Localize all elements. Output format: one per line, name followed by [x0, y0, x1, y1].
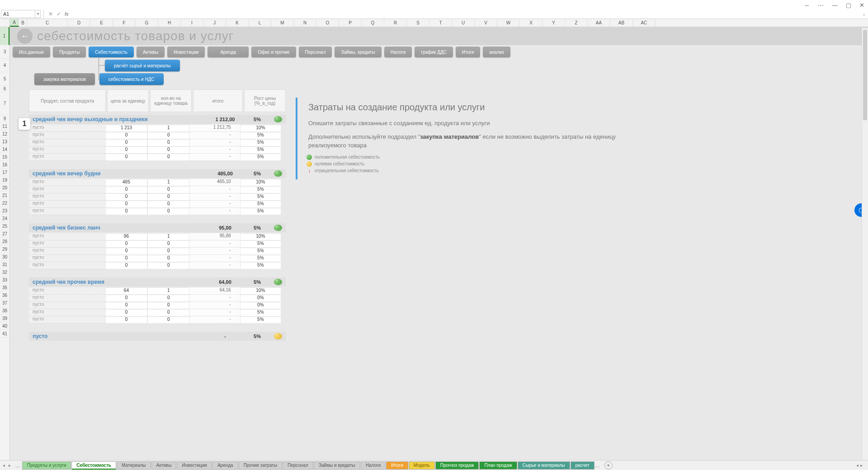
price-cell[interactable]: 0 — [105, 240, 147, 248]
row-header[interactable]: 17 — [0, 169, 9, 176]
column-header[interactable]: H — [158, 19, 181, 27]
row-label[interactable]: пусто — [29, 262, 105, 269]
row-header[interactable]: 39 — [0, 315, 9, 322]
qty-cell[interactable]: 1 — [147, 125, 189, 132]
row-header[interactable]: 3 — [0, 45, 9, 59]
growth-cell[interactable]: 5% — [240, 132, 281, 139]
name-box[interactable]: A1 — [1, 10, 35, 18]
row-label[interactable]: пусто — [29, 154, 105, 161]
more-icon[interactable]: ⋯ — [816, 1, 826, 9]
row-label[interactable]: пусто — [29, 186, 105, 193]
row-label[interactable]: пусто — [29, 139, 105, 146]
row-header[interactable]: 19 — [0, 176, 9, 184]
row-label[interactable]: пусто — [29, 193, 105, 201]
column-header[interactable]: T — [429, 19, 452, 27]
price-cell[interactable]: 0 — [105, 262, 147, 269]
column-header[interactable]: Y — [542, 19, 565, 27]
qty-cell[interactable]: 0 — [147, 262, 189, 269]
price-cell[interactable]: 0 — [105, 295, 147, 302]
row-header[interactable]: 24 — [0, 215, 9, 222]
row-label[interactable]: пусто — [29, 248, 105, 255]
row-header[interactable]: 15 — [0, 153, 9, 161]
price-cell[interactable]: 0 — [105, 201, 147, 208]
row-header[interactable]: 29 — [0, 245, 9, 253]
price-cell[interactable]: 0 — [105, 208, 147, 215]
price-cell[interactable]: 0 — [105, 139, 147, 146]
nav-tab[interactable]: Офис и прочие — [251, 47, 296, 57]
column-header[interactable]: O — [316, 19, 339, 27]
row-label[interactable]: пусто — [29, 316, 105, 324]
qty-cell[interactable]: 1 — [147, 233, 189, 240]
row-header[interactable]: 23 — [0, 207, 9, 215]
vertical-scrollbar[interactable] — [862, 28, 868, 460]
qty-cell[interactable]: 0 — [147, 146, 189, 154]
row-header[interactable]: 36 — [0, 291, 9, 299]
row-header[interactable]: 30 — [0, 253, 9, 261]
price-cell[interactable]: 0 — [105, 255, 147, 262]
growth-cell[interactable]: 10% — [240, 125, 281, 132]
growth-cell[interactable]: 5% — [240, 193, 281, 201]
row-label[interactable]: пусто — [29, 146, 105, 154]
maximize-icon[interactable]: ▢ — [844, 1, 853, 9]
growth-cell[interactable]: 5% — [240, 201, 281, 208]
row-header[interactable]: 11 — [0, 122, 9, 130]
nav-tab[interactable]: Персонал — [299, 47, 332, 57]
column-header[interactable]: S — [407, 19, 429, 27]
qty-cell[interactable]: 0 — [147, 201, 189, 208]
row-header[interactable]: 1 — [0, 27, 9, 45]
name-box-dropdown-icon[interactable]: ▾ — [35, 10, 41, 18]
sub-btn-purchase-materials[interactable]: закупка материалов — [34, 73, 95, 85]
formula-input[interactable] — [71, 10, 861, 18]
row-label[interactable]: пусто — [29, 255, 105, 262]
row-header[interactable]: 7 — [0, 92, 9, 115]
column-header[interactable]: Z — [565, 19, 588, 27]
qty-cell[interactable]: 1 — [147, 179, 189, 186]
growth-cell[interactable]: 10% — [240, 233, 281, 240]
growth-cell[interactable]: 0% — [240, 295, 281, 302]
qty-cell[interactable]: 0 — [147, 240, 189, 248]
nav-tab[interactable]: Активы — [137, 47, 165, 57]
growth-cell[interactable]: 5% — [240, 139, 281, 146]
row-header[interactable]: 32 — [0, 268, 9, 276]
column-header[interactable]: AA — [588, 19, 610, 27]
nav-tab[interactable]: график ДДС — [415, 47, 453, 57]
column-header[interactable]: L — [249, 19, 271, 27]
row-header[interactable]: 33 — [0, 276, 9, 284]
growth-cell[interactable]: 10% — [240, 287, 281, 295]
growth-cell[interactable]: 5% — [240, 316, 281, 324]
growth-cell[interactable]: 5% — [240, 208, 281, 215]
qty-cell[interactable]: 0 — [147, 295, 189, 302]
price-cell[interactable]: 0 — [105, 132, 147, 139]
row-header[interactable]: 14 — [0, 146, 9, 153]
nav-tab[interactable]: Себестоимость — [89, 47, 134, 57]
select-all-corner[interactable] — [0, 19, 10, 27]
column-header[interactable]: E — [90, 19, 113, 27]
row-label[interactable]: пусто — [29, 295, 105, 302]
growth-cell[interactable]: 5% — [240, 186, 281, 193]
fx-icon[interactable]: fx — [65, 11, 69, 17]
qty-cell[interactable]: 0 — [147, 193, 189, 201]
row-label[interactable]: пусто — [29, 208, 105, 215]
nav-tab[interactable]: Инвестиции — [167, 47, 205, 57]
price-cell[interactable]: 0 — [105, 154, 147, 161]
row-header[interactable]: 28 — [0, 238, 9, 245]
column-header[interactable]: X — [520, 19, 542, 27]
row-header[interactable]: 25 — [0, 222, 9, 230]
row-header[interactable]: 5 — [0, 72, 9, 86]
growth-cell[interactable]: 5% — [240, 255, 281, 262]
column-header[interactable]: I — [181, 19, 203, 27]
cancel-formula-icon[interactable]: ✕ — [47, 10, 55, 18]
row-label[interactable]: пусто — [29, 201, 105, 208]
qty-cell[interactable]: 0 — [147, 248, 189, 255]
qty-cell[interactable]: 0 — [147, 186, 189, 193]
row-header[interactable]: 16 — [0, 161, 9, 169]
qty-cell[interactable]: 0 — [147, 302, 189, 309]
qty-cell[interactable]: 0 — [147, 208, 189, 215]
price-cell[interactable]: 0 — [105, 146, 147, 154]
column-header[interactable]: Q — [362, 19, 384, 27]
column-header[interactable]: N — [294, 19, 316, 27]
row-header[interactable]: 38 — [0, 307, 9, 315]
row-label[interactable]: пусто — [29, 309, 105, 316]
row-header[interactable]: 21 — [0, 192, 9, 199]
growth-cell[interactable]: 5% — [240, 240, 281, 248]
